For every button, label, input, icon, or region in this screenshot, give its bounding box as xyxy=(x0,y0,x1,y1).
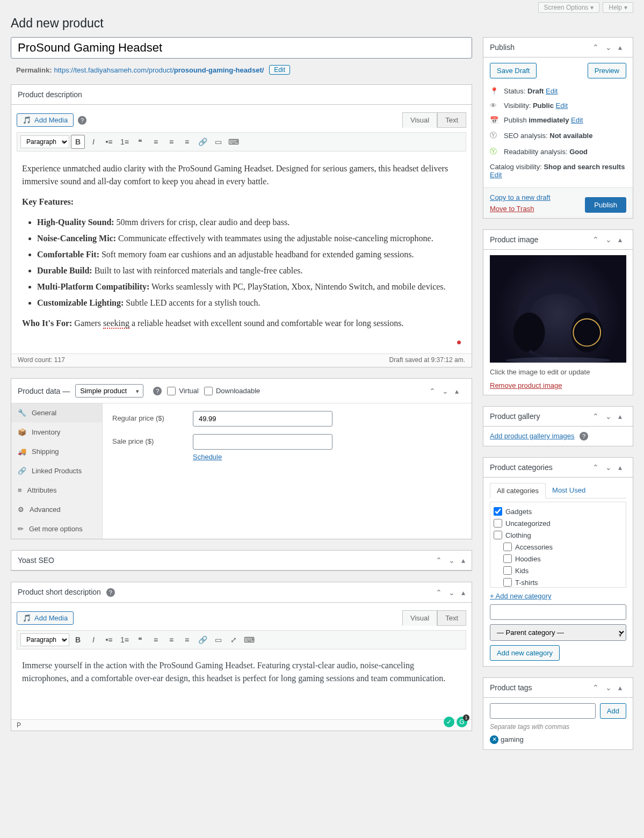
editor-content-area[interactable]: Experience unmatched audio clarity with … xyxy=(11,151,472,353)
panel-down-button[interactable]: ⌄ xyxy=(602,461,615,474)
permalink-link[interactable]: https://test.fadiyahsameh.com/product/pr… xyxy=(54,66,264,74)
toolbar-toggle-button[interactable]: ⌨ xyxy=(242,633,256,647)
format-select[interactable]: Paragraph xyxy=(20,135,69,148)
add-tag-button[interactable]: Add xyxy=(600,703,626,719)
sale-price-input[interactable] xyxy=(193,434,332,450)
help-icon[interactable]: ? xyxy=(78,116,86,125)
panel-down-button[interactable]: ⌄ xyxy=(602,41,615,54)
product-data-tab-get-more-options[interactable]: ✏Get more options xyxy=(11,519,102,539)
product-image-thumbnail[interactable] xyxy=(490,255,626,363)
align-center-button[interactable]: ≡ xyxy=(164,633,178,647)
align-left-button[interactable]: ≡ xyxy=(149,633,163,647)
category-item[interactable]: Kids xyxy=(494,565,623,576)
remove-image-link[interactable]: Remove product image xyxy=(490,381,562,389)
tag-input[interactable] xyxy=(490,703,596,719)
category-item[interactable]: Uncategorized xyxy=(494,517,623,529)
panel-down-button[interactable]: ⌄ xyxy=(602,410,615,423)
product-data-tab-shipping[interactable]: 🚚Shipping xyxy=(11,442,102,461)
regular-price-input[interactable] xyxy=(193,411,332,427)
panel-up-button[interactable]: ⌃ xyxy=(589,461,602,474)
quote-button[interactable]: ❝ xyxy=(133,633,147,647)
bullet-list-button[interactable]: •≡ xyxy=(102,633,116,647)
product-data-tab-linked-products[interactable]: 🔗Linked Products xyxy=(11,461,102,481)
panel-toggle-button[interactable]: ▴ xyxy=(458,586,468,599)
publish-button[interactable]: Publish xyxy=(585,197,626,213)
categories-tab-used[interactable]: Most Used xyxy=(546,483,592,498)
product-data-tab-general[interactable]: 🔧General xyxy=(11,403,102,423)
italic-button[interactable]: I xyxy=(86,633,100,647)
copy-draft-link[interactable]: Copy to a new draft xyxy=(490,193,551,201)
panel-toggle-button[interactable]: ▴ xyxy=(452,385,462,398)
fullscreen-button[interactable]: ⤢ xyxy=(227,633,241,647)
panel-up-button[interactable]: ⌃ xyxy=(589,681,602,694)
move-to-trash-link[interactable]: Move to Trash xyxy=(490,205,534,213)
product-data-tab-attributes[interactable]: ≡Attributes xyxy=(11,481,102,500)
align-center-button[interactable]: ≡ xyxy=(164,135,178,149)
screen-options-button[interactable]: Screen Options ▾ xyxy=(538,2,600,13)
edit-visibility-link[interactable]: Edit xyxy=(556,102,568,110)
new-category-input[interactable] xyxy=(490,604,626,620)
panel-up-button[interactable]: ⌃ xyxy=(589,410,602,423)
bold-button[interactable]: B xyxy=(71,633,85,647)
category-item[interactable]: Gadgets xyxy=(494,505,623,517)
editor-tab-visual[interactable]: Visual xyxy=(402,112,437,128)
permalink-edit-button[interactable]: Edit xyxy=(269,65,290,75)
category-item[interactable]: Accessories xyxy=(494,541,623,553)
category-item[interactable]: Clothing xyxy=(494,529,623,541)
virtual-checkbox[interactable]: Virtual xyxy=(167,387,199,395)
add-media-button-short[interactable]: 🎵 Add Media xyxy=(17,611,74,625)
help-icon[interactable]: ? xyxy=(580,432,588,440)
panel-toggle-button[interactable]: ▴ xyxy=(615,681,625,694)
panel-down-button[interactable]: ⌄ xyxy=(602,681,615,694)
toolbar-toggle-button[interactable]: ⌨ xyxy=(227,135,241,149)
bullet-list-button[interactable]: •≡ xyxy=(102,135,116,149)
align-right-button[interactable]: ≡ xyxy=(180,633,194,647)
short-editor-tab-text[interactable]: Text xyxy=(437,610,466,626)
parent-category-select[interactable]: — Parent category — xyxy=(490,624,626,641)
short-editor-tab-visual[interactable]: Visual xyxy=(402,610,437,626)
format-select-short[interactable]: Paragraph xyxy=(20,633,69,646)
numbered-list-button[interactable]: 1≡ xyxy=(118,135,132,149)
preview-button[interactable]: Preview xyxy=(588,63,626,78)
product-type-select[interactable]: Simple product xyxy=(75,384,143,398)
numbered-list-button[interactable]: 1≡ xyxy=(118,633,132,647)
panel-up-button[interactable]: ⌃ xyxy=(589,233,602,246)
add-media-button[interactable]: 🎵 Add Media xyxy=(17,113,74,127)
panel-down-button[interactable]: ⌄ xyxy=(445,586,458,599)
product-title-input[interactable] xyxy=(11,37,472,59)
panel-down-button[interactable]: ⌄ xyxy=(602,233,615,246)
tag-remove-button[interactable]: ✕ xyxy=(490,735,498,744)
category-item[interactable]: Hoodies xyxy=(494,553,623,565)
quote-button[interactable]: ❝ xyxy=(133,135,147,149)
downloadable-checkbox[interactable]: Downloadable xyxy=(204,387,260,395)
add-gallery-images-link[interactable]: Add product gallery images xyxy=(490,432,575,440)
help-icon[interactable]: ? xyxy=(153,387,162,395)
add-new-category-link[interactable]: + Add new category xyxy=(490,588,626,604)
panel-toggle-button[interactable]: ▴ xyxy=(458,554,468,567)
more-button[interactable]: ▭ xyxy=(211,135,225,149)
panel-down-button[interactable]: ⌄ xyxy=(445,554,458,567)
edit-status-link[interactable]: Edit xyxy=(546,87,558,95)
panel-toggle-button[interactable]: ▴ xyxy=(615,461,625,474)
edit-catalog-link[interactable]: Edit xyxy=(490,171,502,179)
product-data-tab-inventory[interactable]: 📦Inventory xyxy=(11,423,102,442)
bold-button[interactable]: B xyxy=(71,135,85,149)
link-button[interactable]: 🔗 xyxy=(196,135,209,149)
panel-up-button[interactable]: ⌃ xyxy=(432,586,445,599)
align-left-button[interactable]: ≡ xyxy=(149,135,163,149)
product-data-tab-advanced[interactable]: ⚙Advanced xyxy=(11,500,102,519)
align-right-button[interactable]: ≡ xyxy=(180,135,194,149)
short-editor-content-area[interactable]: Immerse yourself in the action with the … xyxy=(11,649,472,719)
panel-up-button[interactable]: ⌃ xyxy=(432,554,445,567)
save-draft-button[interactable]: Save Draft xyxy=(490,63,537,78)
panel-up-button[interactable]: ⌃ xyxy=(589,41,602,54)
link-button[interactable]: 🔗 xyxy=(196,633,209,647)
panel-up-button[interactable]: ⌃ xyxy=(426,385,439,398)
help-button[interactable]: Help ▾ xyxy=(603,2,633,13)
add-category-button[interactable]: Add new category xyxy=(490,645,560,661)
schedule-link[interactable]: Schedule xyxy=(193,453,222,461)
panel-toggle-button[interactable]: ▴ xyxy=(615,41,625,54)
editor-tab-text[interactable]: Text xyxy=(437,112,466,128)
categories-tab-all[interactable]: All categories xyxy=(490,483,546,499)
edit-publish-date-link[interactable]: Edit xyxy=(571,116,583,124)
